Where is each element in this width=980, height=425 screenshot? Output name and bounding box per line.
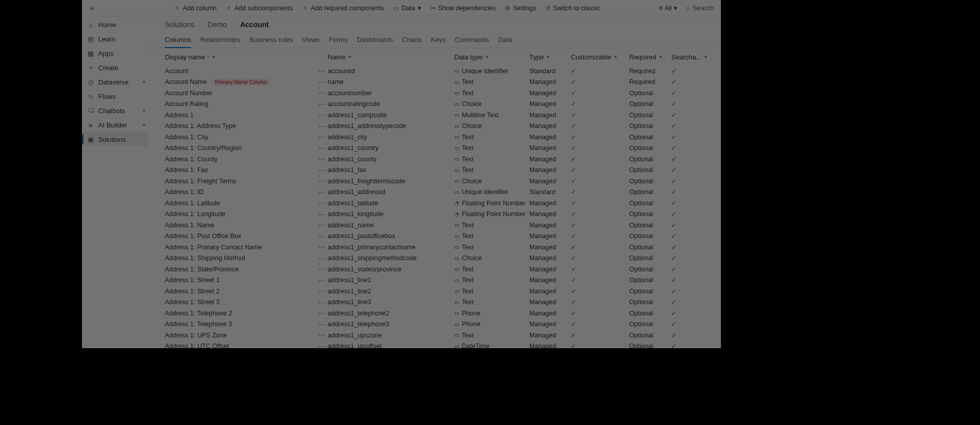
row-more-button[interactable]: ⋯ [316,199,328,207]
col-header-customizable[interactable]: Customizable▾ [571,53,629,61]
row-more-button[interactable]: ⋯ [316,221,328,229]
col-header-searchable[interactable]: Searcha...▾ [671,53,702,61]
row-more-button[interactable]: ⋯ [316,133,328,141]
table-row[interactable]: Address 1: Country/Region⋯address1_count… [148,143,721,154]
tab-data[interactable]: Data [498,33,512,48]
row-more-button[interactable]: ⋯ [316,254,328,262]
row-more-button[interactable]: ⋯ [316,78,328,86]
row-more-button[interactable]: ⋯ [316,144,328,152]
row-more-button[interactable]: ⋯ [316,321,328,328]
table-row[interactable]: Account Rating⋯accountratingcode▭ChoiceM… [148,99,721,110]
cell-data-type: Text [462,332,474,339]
table-row[interactable]: Address 1: Telephone 3⋯address1_telephon… [148,319,721,330]
row-more-button[interactable]: ⋯ [316,331,328,339]
table-row[interactable]: Address 1: Address Type⋯address1_address… [148,121,721,132]
table-row[interactable]: Address 1: Fax⋯address1_fax▭TextManaged✓… [148,165,721,176]
col-header-data-type[interactable]: Data type▾ [454,53,529,61]
tab-views[interactable]: Views [302,33,319,48]
tab-keys[interactable]: Keys [431,33,446,48]
col-header-name[interactable]: Name▾ [328,53,454,61]
nav-toggle-button[interactable]: ≡ [86,2,98,14]
row-more-button[interactable]: ⋯ [316,309,328,317]
add-required-button[interactable]: ＋Add required components [298,2,388,14]
check-icon: ✓ [571,90,576,97]
table-row[interactable]: Address 1: County⋯address1_county▭TextMa… [148,154,721,165]
table-row[interactable]: Account NamePrimary Name Column⋯name▭Tex… [148,77,721,88]
sidebar-item-apps[interactable]: ▦Apps [82,46,148,60]
sidebar-item-chatbots[interactable]: 🗨Chatbots▾ [82,103,148,118]
table-row[interactable]: Address 1: Longitude⋯address1_longitude◔… [148,209,721,220]
tab-dashboards[interactable]: Dashboards [357,33,393,48]
col-header-display-name[interactable]: Display name↑▾ [165,53,328,61]
data-dropdown[interactable]: ▭Data▾ [389,2,425,14]
row-more-button[interactable]: ⋯ [316,243,328,251]
sidebar-item-ai-builder[interactable]: ⎈AI Builder▾ [82,118,148,132]
sidebar-item-flows[interactable]: ∿Flows [82,89,148,103]
row-more-button[interactable]: ⋯ [316,100,328,108]
table-row[interactable]: Address 1: Street 3⋯address1_line3▭TextM… [148,297,721,308]
row-more-button[interactable]: ⋯ [316,122,328,130]
row-more-button[interactable]: ⋯ [316,67,328,75]
cell-required: Required [629,68,655,75]
search-input[interactable]: ⌕Search [683,2,717,14]
row-more-button[interactable]: ⋯ [316,155,328,163]
show-dependencies-button[interactable]: ⚯Show dependencies [427,3,500,14]
tab-forms[interactable]: Forms [329,33,348,48]
col-header-type[interactable]: Type▾ [529,53,571,61]
cell-required: Optional [629,310,653,317]
sidebar-item-dataverse[interactable]: ◎Dataverse▾ [82,75,148,89]
tab-columns[interactable]: Columns [165,33,191,48]
table-row[interactable]: Account⋯accountid▭Unique IdentifierStand… [148,66,721,77]
table-row[interactable]: Address 1⋯address1_composite▭Multiline T… [148,110,721,121]
row-more-button[interactable]: ⋯ [316,166,328,174]
switch-classic-button[interactable]: ↺Switch to classic [541,3,604,14]
tab-business-rules[interactable]: Business rules [249,33,293,48]
table-row[interactable]: Address 1: Street 2⋯address1_line2▭TextM… [148,286,721,297]
sidebar-item-learn[interactable]: ▤Learn [82,32,148,46]
row-more-button[interactable]: ⋯ [316,343,328,348]
row-more-button[interactable]: ⋯ [316,111,328,119]
table-row[interactable]: Address 1: Name⋯address1_name▭TextManage… [148,220,721,231]
row-more-button[interactable]: ⋯ [316,265,328,273]
table-row[interactable]: Address 1: UPS Zone⋯address1_upszone▭Tex… [148,330,721,341]
add-subcomponents-button[interactable]: ＋Add subcomponents [222,2,297,14]
filter-all-dropdown[interactable]: ≡All▾ [656,2,680,14]
row-more-button[interactable]: ⋯ [316,232,328,240]
col-header-required[interactable]: Required▾ [629,53,671,61]
sidebar-item-create[interactable]: ＋Create [82,60,148,75]
check-icon: ✓ [571,299,576,306]
sidebar-item-solutions[interactable]: ▣Solutions [82,132,148,146]
tab-relationships[interactable]: Relationships [200,33,240,48]
row-more-button[interactable]: ⋯ [316,89,328,97]
columns-grid[interactable]: Display name↑▾ Name▾ Data type▾ Type▾ Cu… [148,48,721,348]
table-row[interactable]: Address 1: Latitude⋯address1_latitude◔Fl… [148,198,721,209]
cell-display-name: Address 1: State/Province [165,266,239,273]
row-more-button[interactable]: ⋯ [316,277,328,284]
row-more-button[interactable]: ⋯ [316,177,328,185]
table-row[interactable]: Account Number⋯accountnumber▭TextManaged… [148,88,721,99]
tab-commands[interactable]: Commands [455,33,489,48]
table-row[interactable]: Address 1: Freight Terms⋯address1_freigh… [148,176,721,187]
table-row[interactable]: Address 1: Shipping Method⋯address1_ship… [148,253,721,264]
table-row[interactable]: Address 1: UTC Offset⋯address1_utcoffset… [148,341,721,349]
settings-button[interactable]: ⚙Settings [501,3,540,14]
cell-type: Managed [529,332,556,339]
add-column-button[interactable]: ＋Add column [170,2,221,14]
row-more-button[interactable]: ⋯ [316,188,328,196]
row-more-button[interactable]: ⋯ [316,287,328,295]
datatype-icon: ▭ [454,90,459,96]
row-more-button[interactable]: ⋯ [316,210,328,218]
table-row[interactable]: Address 1: City⋯address1_city▭TextManage… [148,132,721,143]
table-row[interactable]: Address 1: Street 1⋯address1_line1▭TextM… [148,275,721,286]
breadcrumb-root[interactable]: Solutions [165,20,195,29]
table-row[interactable]: Address 1: State/Province⋯address1_state… [148,264,721,275]
table-row[interactable]: Address 1: Telephone 2⋯address1_telephon… [148,308,721,319]
table-row[interactable]: Address 1: Post Office Box⋯address1_post… [148,231,721,242]
sidebar-item-home[interactable]: ⌂Home [82,17,148,32]
table-row[interactable]: Address 1: Primary Contact Name⋯address1… [148,242,721,253]
chevron-down-icon: ▾ [349,54,351,59]
breadcrumb-mid[interactable]: Demo [208,20,227,29]
tab-charts[interactable]: Charts [402,33,421,48]
row-more-button[interactable]: ⋯ [316,299,328,306]
table-row[interactable]: Address 1: ID⋯address1_addressid▭Unique … [148,187,721,198]
